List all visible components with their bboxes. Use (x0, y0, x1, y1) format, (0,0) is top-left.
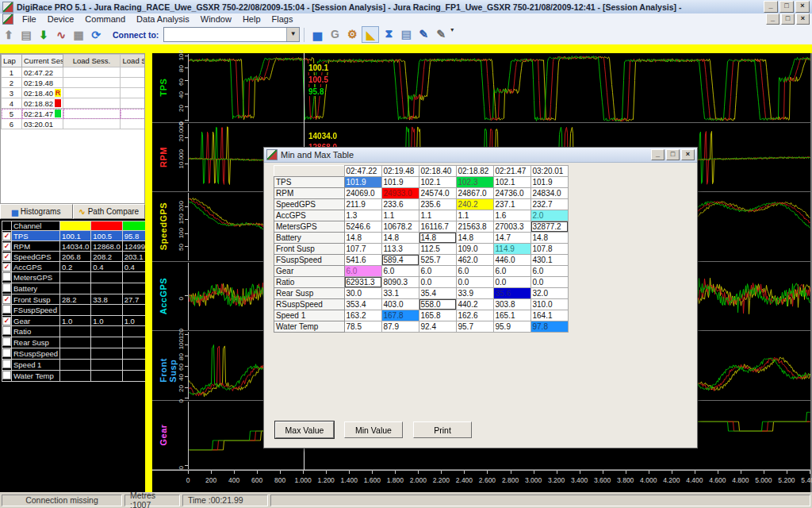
channel-row[interactable]: Ratio (2, 326, 146, 337)
min-max-value-cell[interactable]: 1.3 (344, 210, 381, 221)
min-max-value-cell[interactable]: 165.1 (493, 310, 530, 321)
notes-dropdown-icon[interactable]: ✎ (433, 26, 449, 41)
min-max-value-cell[interactable]: 33.9 (456, 288, 493, 299)
minimize-button[interactable]: _ (651, 149, 665, 160)
close-button[interactable]: × (681, 149, 695, 160)
min-max-value-cell[interactable]: 109.0 (456, 244, 493, 255)
channel-checkbox[interactable]: ✓ (2, 263, 11, 271)
min-max-value-cell[interactable]: 33.1 (381, 288, 419, 299)
min-max-value-cell[interactable]: 14.8 (530, 233, 568, 244)
channel-row[interactable]: Speed 1 (2, 360, 146, 371)
channel-checkbox[interactable]: ✓ (2, 242, 11, 251)
min-max-value-cell[interactable]: 24867.0 (456, 188, 493, 199)
refresh-icon[interactable]: ⟳ (88, 27, 104, 42)
min-max-value-cell[interactable]: 237.1 (493, 199, 530, 210)
min-max-value-cell[interactable]: 114.9 (493, 244, 530, 255)
notebook-icon[interactable]: ▤ (398, 26, 414, 41)
min-max-value-cell[interactable]: 446.0 (493, 255, 530, 266)
min-max-value-cell[interactable]: 541.6 (344, 255, 381, 266)
lap-path-icon[interactable]: G (327, 26, 343, 41)
min-max-value-cell[interactable]: 14.8 (381, 233, 419, 244)
histogram-icon[interactable]: ▅ (309, 26, 325, 41)
setsquare-icon[interactable]: ◣ (362, 26, 379, 43)
download-icon[interactable]: ⬇ (36, 27, 52, 42)
channel-row[interactable]: ✓Front Susp28.233.827.7 (2, 294, 146, 305)
min-max-value-cell[interactable]: 112.5 (419, 244, 456, 255)
minimize-button[interactable]: _ (764, 1, 778, 13)
min-max-value-cell[interactable]: 21563.8 (456, 221, 493, 233)
channel-checkbox[interactable]: ✓ (2, 232, 11, 241)
restore-button[interactable]: □ (666, 149, 680, 160)
min-max-value-cell[interactable]: 14.8 (419, 233, 456, 244)
min-max-value-cell[interactable]: 2.0 (530, 210, 568, 221)
min-max-value-cell[interactable]: 101.9 (344, 177, 381, 188)
min-max-value-cell[interactable]: 35.6 (493, 288, 530, 299)
connect-dropdown-button[interactable]: ▼ (286, 28, 299, 41)
min-max-value-cell[interactable]: 589.4 (381, 255, 419, 266)
min-max-value-cell[interactable]: 211.9 (344, 199, 381, 210)
load-session-button[interactable]: Load Sess. (63, 55, 121, 67)
min-max-value-cell[interactable]: 113.3 (381, 244, 419, 255)
min-max-value-cell[interactable]: 1.1 (456, 210, 493, 221)
dialog-title-bar[interactable]: Min and Max Table _□× (264, 148, 697, 163)
channel-checkbox[interactable] (2, 326, 11, 335)
min-max-value-cell[interactable]: 558.0 (419, 299, 456, 310)
min-max-value-cell[interactable]: 24834.0 (530, 188, 568, 199)
min-max-value-cell[interactable]: 8090.3 (381, 277, 419, 288)
min-max-value-cell[interactable]: 164.1 (530, 310, 568, 321)
channel-checkbox[interactable] (2, 371, 11, 379)
min-max-value-cell[interactable]: 107.7 (344, 244, 381, 255)
min-max-value-cell[interactable]: 95.7 (456, 321, 493, 333)
tab-histograms[interactable]: ▅ Histograms (0, 204, 73, 219)
channel-row[interactable]: Water Temp (2, 371, 146, 382)
channel-checkbox[interactable] (2, 283, 11, 292)
menu-item-command[interactable]: Command (79, 14, 131, 24)
min-max-value-cell[interactable]: 235.6 (419, 199, 456, 210)
min-max-value-cell[interactable]: 353.4 (344, 299, 381, 310)
min-max-value-cell[interactable]: 14.7 (493, 233, 530, 244)
min-max-value-cell[interactable]: 0.0 (456, 277, 493, 288)
min-max-value-cell[interactable]: 430.1 (530, 255, 568, 266)
min-max-value-cell[interactable]: 163.2 (344, 310, 381, 321)
channel-row[interactable]: Rear Susp (2, 337, 146, 348)
channel-row[interactable]: FSuspSpeed (2, 305, 146, 316)
channel-checkbox[interactable] (2, 348, 11, 357)
channel-checkbox[interactable] (2, 272, 11, 281)
print-icon[interactable]: ▦ (71, 27, 86, 42)
connect-input[interactable] (164, 28, 286, 41)
min-max-value-cell[interactable]: 5246.6 (344, 221, 381, 233)
min-max-value-cell[interactable]: 102.1 (493, 177, 530, 188)
settings-gear-icon[interactable]: ⚙ (344, 26, 360, 41)
min-max-value-cell[interactable]: 14.8 (344, 233, 381, 244)
min-max-value-cell[interactable]: 0.0 (493, 277, 530, 288)
channel-row[interactable]: ✓TPS100.1100.595.8 (2, 231, 146, 241)
menu-item-help[interactable]: Help (237, 14, 266, 24)
restore-button[interactable]: □ (781, 13, 795, 25)
lap-row[interactable]: 402:18.82 (2, 98, 146, 109)
min-max-value-cell[interactable]: 403.0 (381, 299, 419, 310)
min-max-value-cell[interactable]: 233.6 (381, 199, 419, 210)
device-card-icon[interactable]: ▤ (18, 27, 34, 42)
channel-checkbox[interactable]: ✓ (2, 295, 11, 304)
min-max-value-cell[interactable]: 107.8 (530, 244, 568, 255)
min-max-value-cell[interactable]: 62931.3 (344, 277, 381, 288)
tab-path-compare[interactable]: ∿ Path Compare (73, 204, 146, 219)
channel-checkbox[interactable] (2, 305, 11, 314)
min-max-value-cell[interactable]: 165.8 (419, 310, 456, 321)
min-max-value-cell[interactable]: 0.0 (530, 277, 568, 288)
min-max-value-cell[interactable]: 10678.2 (381, 221, 419, 233)
menu-item-file[interactable]: File (17, 14, 42, 24)
channel-row[interactable]: RSuspSpeed (2, 348, 146, 360)
upload-icon[interactable]: ⬆ (1, 27, 17, 42)
min-max-value-cell[interactable]: 0.0 (419, 277, 456, 288)
report-edit-icon[interactable]: ✎ (416, 26, 431, 41)
min-max-value-cell[interactable]: 24933.0 (381, 188, 419, 199)
channel-row[interactable]: ✓SpeedGPS206.8208.2203.1 (2, 252, 146, 262)
lap-row[interactable]: 302:18.40R (2, 88, 146, 98)
min-max-value-cell[interactable]: 24069.0 (344, 188, 381, 199)
min-max-value-cell[interactable]: 95.9 (493, 321, 530, 333)
close-button[interactable]: × (796, 13, 810, 25)
min-max-value-cell[interactable]: 6.0 (381, 266, 419, 277)
channel-row[interactable]: ✓Gear1.01.01.0 (2, 316, 146, 326)
restore-button[interactable]: □ (779, 1, 794, 13)
